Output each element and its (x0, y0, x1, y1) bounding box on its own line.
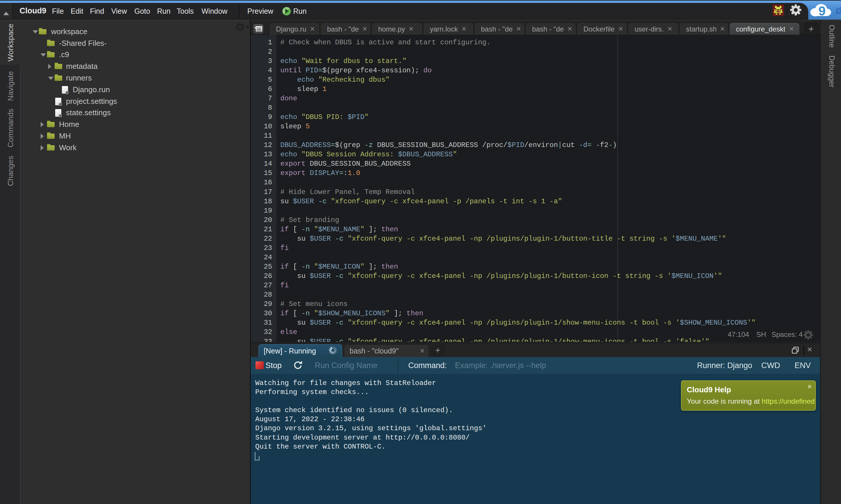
svg-text:9: 9 (819, 4, 825, 18)
